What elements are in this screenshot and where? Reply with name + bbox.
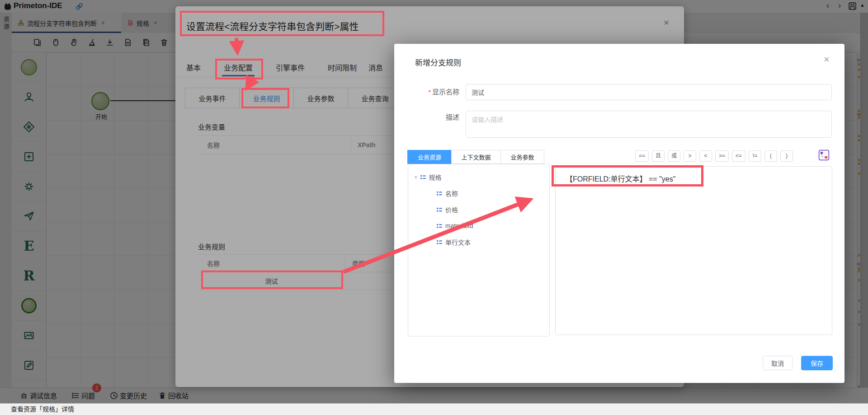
operator-buttons: == 且 或 > < >= <= != ( )	[555, 150, 793, 162]
tree-node-single-line-text[interactable]: 单行文本	[436, 236, 471, 248]
tree-node-name[interactable]: 名称	[436, 187, 458, 200]
field-icon	[436, 207, 443, 213]
description-input[interactable]	[466, 111, 832, 138]
display-name-input[interactable]	[466, 84, 832, 100]
tree-node-root[interactable]: ▾ 规格	[415, 171, 442, 183]
tab-business-params[interactable]: 业务参数	[500, 150, 544, 164]
op-or-button[interactable]: 或	[668, 150, 680, 162]
screen: Primeton-IDE ‹ › ▲ 资源 流程分支字符串包含判断 ×	[0, 0, 868, 415]
close-icon[interactable]: ×	[824, 54, 830, 65]
field-icon	[436, 191, 443, 196]
browser-status-hint: 查看资源「规格」详情	[0, 403, 868, 415]
dialog-title: 新增分支规则	[415, 56, 461, 68]
expression-editor[interactable]: 【FORFIELD:单行文本】 == "yes"	[555, 166, 832, 335]
op-lt-button[interactable]: <	[699, 150, 712, 162]
tab-business-resource[interactable]: 业务资源	[407, 150, 452, 164]
op-gte-button[interactable]: >=	[715, 150, 729, 162]
field-icon	[436, 239, 443, 245]
resource-tree-panel: ▾ 规格 名称 价格 materialId 单行文本	[408, 164, 550, 336]
new-branch-rule-dialog: 新增分支规则 × *显示名称 描述 业务资源 上下文数据 业务参数 ▾ 规格 名…	[394, 44, 844, 383]
caret-down-icon[interactable]: ▾	[415, 174, 417, 180]
cancel-button[interactable]: 取消	[763, 356, 793, 370]
save-button[interactable]: 保存	[801, 356, 833, 370]
resource-tabs: 业务资源 上下文数据 业务参数	[408, 150, 544, 164]
op-equals-button[interactable]: ==	[635, 150, 649, 162]
display-name-label: *显示名称	[398, 87, 459, 96]
dataset-icon	[420, 174, 426, 180]
relation-icon[interactable]	[818, 149, 830, 161]
op-and-button[interactable]: 且	[652, 150, 665, 162]
op-lte-button[interactable]: <=	[732, 150, 745, 162]
tab-context-data[interactable]: 上下文数据	[451, 150, 501, 164]
description-label: 描述	[398, 112, 459, 121]
required-mark: *	[428, 88, 431, 96]
op-neq-button[interactable]: !=	[749, 150, 761, 162]
op-lparen-button[interactable]: (	[764, 150, 777, 162]
tree-node-price[interactable]: 价格	[436, 203, 458, 216]
field-icon	[436, 223, 443, 229]
op-gt-button[interactable]: >	[684, 150, 696, 162]
tree-node-materialid[interactable]: materialId	[436, 219, 473, 232]
expression-text: 【FORFIELD:单行文本】 == "yes"	[566, 173, 675, 184]
op-rparen-button[interactable]: )	[780, 150, 793, 162]
